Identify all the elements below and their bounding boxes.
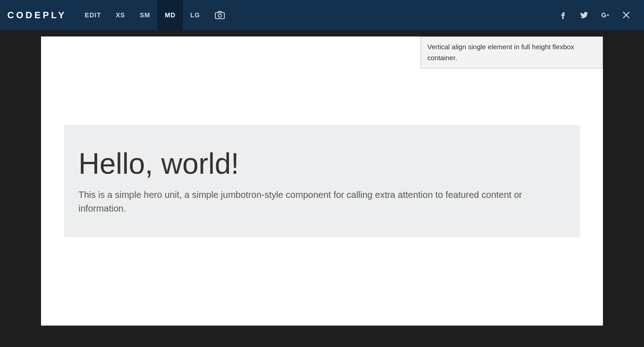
twitter-icon bbox=[580, 11, 588, 19]
preview-area: Vertical align single element in full he… bbox=[0, 30, 644, 347]
logo[interactable]: CODEPLY bbox=[7, 10, 67, 21]
googleplus-icon bbox=[601, 11, 609, 19]
close-icon bbox=[622, 10, 631, 20]
info-box: Vertical align single element in full he… bbox=[421, 36, 603, 68]
nav-edit[interactable]: EDIT bbox=[78, 0, 109, 30]
svg-rect-0 bbox=[215, 13, 224, 19]
preview-frame: Vertical align single element in full he… bbox=[41, 36, 603, 326]
jumbotron-heading: Hello, world! bbox=[78, 147, 566, 181]
facebook-button[interactable] bbox=[553, 0, 574, 30]
camera-icon bbox=[215, 11, 225, 19]
close-button[interactable] bbox=[616, 0, 637, 30]
twitter-button[interactable] bbox=[574, 0, 595, 30]
googleplus-button[interactable] bbox=[595, 0, 616, 30]
facebook-icon bbox=[559, 11, 567, 19]
jumbotron: Hello, world! This is a simple hero unit… bbox=[64, 125, 580, 237]
svg-point-1 bbox=[218, 14, 221, 17]
nav-size-xs[interactable]: XS bbox=[109, 0, 133, 30]
nav-size-sm[interactable]: SM bbox=[132, 0, 157, 30]
preview-wrapper: Vertical align single element in full he… bbox=[35, 30, 609, 347]
nav-size-lg[interactable]: LG bbox=[183, 0, 207, 30]
navbar-right bbox=[553, 0, 637, 30]
navbar: CODEPLY EDIT XS SM MD LG bbox=[0, 0, 644, 30]
navbar-left: CODEPLY EDIT XS SM MD LG bbox=[7, 0, 232, 30]
jumbotron-lead: This is a simple hero unit, a simple jum… bbox=[78, 188, 566, 215]
nav-size-md[interactable]: MD bbox=[157, 0, 183, 30]
screenshot-button[interactable] bbox=[208, 0, 232, 30]
